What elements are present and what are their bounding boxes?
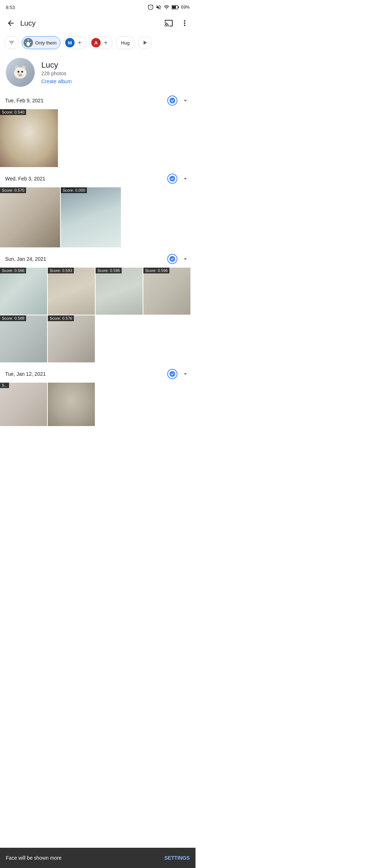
check-icon-1: [171, 177, 174, 180]
score-badge-2-4: Score: 0.588: [0, 315, 26, 321]
chevron-down-icon-0: [182, 97, 189, 104]
score-badge-2-3: Score: 0.596: [143, 268, 169, 273]
person-name: Lucy: [41, 60, 190, 70]
battery-percent: 69%: [181, 5, 190, 10]
dog-avatar-icon: [24, 39, 32, 47]
table-row[interactable]: Score: 0.596: [143, 268, 190, 315]
score-badge-1-1: Score: 0.000: [61, 187, 87, 193]
table-row[interactable]: Score: 0.570: [0, 187, 60, 247]
check-inner-1: [169, 176, 175, 182]
score-badge-2-0: Score: 0.566: [0, 268, 26, 273]
expand-btn-1[interactable]: [180, 174, 190, 184]
date-header-3: Tue, Jan 12, 2021: [0, 365, 196, 383]
person2-chip[interactable]: A: [89, 36, 113, 49]
status-bar: 8:53 69%: [0, 0, 196, 13]
date-section-3: Tue, Jan 12, 2021 S...: [0, 364, 196, 427]
person1-avatar: M: [65, 38, 75, 47]
filter-icon: [8, 39, 15, 46]
person-info: Lucy 228 photos Create album: [41, 60, 190, 84]
score-badge-2-5: Score: 0.576: [48, 315, 74, 321]
only-them-label: Only them: [35, 40, 56, 46]
filter-chip[interactable]: [4, 36, 19, 49]
score-badge-3-0: S...: [0, 383, 9, 388]
chevron-down-icon-2: [182, 255, 189, 263]
check-circle-2[interactable]: [167, 254, 177, 264]
battery-icon: [172, 4, 179, 10]
score-badge-0: Score: 0.540: [0, 109, 26, 115]
dog-face-icon: [11, 63, 30, 82]
chevron-down-icon-3: [182, 370, 189, 378]
only-them-chip[interactable]: Only them: [22, 36, 60, 49]
expand-btn-2[interactable]: [180, 254, 190, 264]
check-inner-3: [169, 371, 175, 377]
expand-btn-3[interactable]: [180, 369, 190, 379]
table-row[interactable]: Score: 0.595: [96, 268, 143, 315]
table-row[interactable]: S...: [0, 383, 47, 426]
page-title: Lucy: [20, 19, 159, 27]
date-label-3: Tue, Jan 12, 2021: [5, 371, 164, 377]
expand-btn-0[interactable]: [180, 95, 190, 106]
person-avatar: [6, 58, 35, 87]
person-header: Lucy 228 photos Create album: [0, 52, 196, 90]
table-row[interactable]: Score: 0.593: [48, 268, 95, 315]
date-section-2: Sun, Jan 24, 2021 Score: 0.566 Score: 0.…: [0, 249, 196, 364]
date-label-2: Sun, Jan 24, 2021: [5, 256, 164, 262]
date-header-1: Wed, Feb 3, 2021: [0, 170, 196, 187]
table-row[interactable]: Score: 0.566: [0, 268, 47, 315]
date-section-0: Tue, Feb 9, 2021 Score: 0.540: [0, 90, 196, 169]
check-inner-2: [169, 256, 175, 262]
check-circle-0[interactable]: [167, 95, 177, 106]
svg-point-8: [21, 71, 23, 73]
mute-icon: [156, 4, 161, 10]
status-time: 8:53: [6, 5, 15, 10]
table-row[interactable]: Score: 0.588: [0, 315, 47, 362]
chevron-down-icon-1: [182, 175, 189, 182]
table-row[interactable]: Score: 0.576: [48, 315, 95, 362]
cast-icon: [164, 19, 173, 27]
photo-grid-3: S...: [0, 383, 196, 426]
person-photo-count: 228 photos: [41, 71, 190, 76]
hug-chip[interactable]: Tue, Feb 9, 2021 Hug: [115, 36, 135, 49]
check-icon-2: [171, 257, 174, 261]
svg-point-7: [17, 71, 19, 73]
alarm-icon: [148, 4, 154, 10]
photo-grid-1: Score: 0.570 Score: 0.000: [0, 187, 196, 247]
watermark: ANDROID × DESIGN: [161, 409, 193, 412]
chips-row: Only them M A Tue, Feb 9, 2021 Hug: [0, 33, 196, 52]
back-button[interactable]: [4, 17, 17, 30]
svg-rect-1: [172, 6, 176, 9]
add-person1-icon: [77, 40, 83, 46]
only-them-avatar: [24, 38, 33, 47]
svg-point-10: [19, 75, 22, 76]
table-row[interactable]: [48, 383, 95, 426]
person1-chip[interactable]: M: [63, 36, 87, 49]
check-circle-3[interactable]: [167, 369, 177, 379]
wifi-icon: [164, 4, 169, 10]
score-badge-2-2: Score: 0.595: [96, 268, 122, 273]
date-header-2: Sun, Jan 24, 2021: [0, 250, 196, 268]
check-inner-0: [169, 98, 175, 103]
cast-button[interactable]: [162, 17, 175, 30]
check-circle-1[interactable]: [167, 174, 177, 184]
back-arrow-icon: [7, 19, 15, 27]
score-badge-1-0: Score: 0.570: [0, 187, 26, 193]
status-icons: 69%: [148, 4, 190, 10]
check-icon-3: [171, 372, 174, 376]
date-label-0: Tue, Feb 9, 2021: [5, 98, 164, 103]
play-chip[interactable]: [138, 36, 152, 49]
date-label-1: Wed, Feb 3, 2021: [5, 176, 164, 182]
svg-rect-2: [178, 7, 179, 8]
more-options-icon: [180, 19, 189, 27]
photo-grid-2: Score: 0.566 Score: 0.593 Score: 0.595 S…: [0, 268, 196, 362]
check-icon-0: [171, 99, 174, 102]
more-options-button[interactable]: [178, 17, 191, 30]
play-icon: [141, 39, 148, 46]
table-row[interactable]: Score: 0.000: [61, 187, 121, 247]
date-header-0: Tue, Feb 9, 2021: [0, 92, 196, 109]
top-bar: Lucy: [0, 13, 196, 33]
create-album-link[interactable]: Create album: [41, 78, 190, 84]
person2-avatar: A: [91, 38, 101, 47]
date-section-1: Wed, Feb 3, 2021 Score: 0.570 Score: 0.0…: [0, 169, 196, 249]
table-row[interactable]: Score: 0.540: [0, 109, 58, 167]
photo-grid-0: Score: 0.540: [0, 109, 196, 167]
